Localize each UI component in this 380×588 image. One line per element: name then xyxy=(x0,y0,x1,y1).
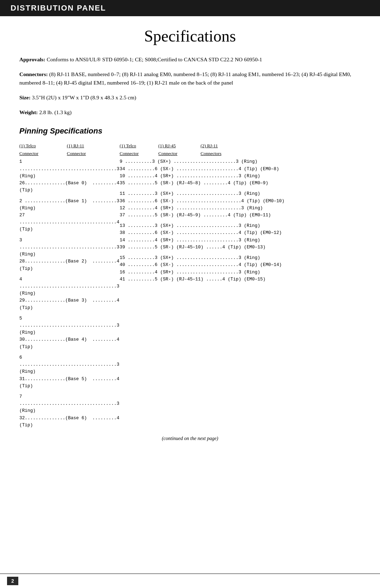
footer-bar: 2 xyxy=(0,574,380,588)
pin-row: 2 ...............(Base 1) .........3 (Ri… xyxy=(19,198,120,212)
size-text: 3.5"H (2U) x 19"W x 1"D (8.9 x 48.3 x 2.… xyxy=(32,94,136,100)
left-header-rj11: (1) RJ-11 xyxy=(67,143,114,149)
pin-row: 28...............(Base 2) .........4 (Ti… xyxy=(19,258,120,272)
pin-row: 41 ..........5 (SR-) (RJ-45–11) ......4 … xyxy=(120,276,361,283)
pin-row: 38 ..........6 (SX-) ...................… xyxy=(120,229,361,236)
pin-row: 4 ....................................3 … xyxy=(19,276,120,297)
pin-row: 6 ....................................3 … xyxy=(19,354,120,376)
pin-row: 26...............(Base 0) .........4 (Ti… xyxy=(19,180,120,194)
weight-paragraph: Weight: 2.8 lb. (1.3 kg) xyxy=(19,108,361,117)
connectors-text: (8) RJ-11 BASE, numbered 0–7; (8) RJ-11 … xyxy=(19,71,351,86)
weight-label: Weight: xyxy=(19,109,38,115)
pin-row: 35 ..........5 (SR-) (RJ-45–8) .........… xyxy=(120,180,361,187)
approvals-paragraph: Approvals: Conforms to ANSI/UL® STD 6095… xyxy=(19,55,361,64)
right-header-rj45: (1) RJ-45 xyxy=(158,143,201,149)
pinning-right-column: (1) Telco (1) RJ-45 (2) RJ-11 Connector … xyxy=(120,143,361,429)
pin-row: 15 ..........3 (SX+) ...................… xyxy=(120,254,361,261)
right-subheader-connector-1: Connector xyxy=(120,150,158,157)
pin-row: 9 ..........3 (SX+) ....................… xyxy=(120,158,361,165)
pinning-heading: Pinning Specifications xyxy=(19,126,361,136)
right-col-subheaders: Connector Connector Connectors xyxy=(120,150,361,157)
right-header-rj11: (2) RJ-11 xyxy=(201,143,246,149)
size-label: Size: xyxy=(19,94,31,100)
page-title: Specifications xyxy=(19,27,361,45)
weight-text: 2.8 lb. (1.3 kg) xyxy=(39,109,71,115)
approvals-label: Approvals: xyxy=(19,56,45,62)
pin-row: 11 ..........3 (SX+) ...................… xyxy=(120,190,361,197)
main-content: Specifications Approvals: Conforms to AN… xyxy=(0,16,380,456)
right-header-telco: (1) Telco xyxy=(120,143,158,149)
pin-row: 13 ..........3 (SX+) ...................… xyxy=(120,222,361,229)
approvals-text: Conforms to ANSI/UL® STD 60950-1; CE; S0… xyxy=(47,56,262,62)
pin-row: 5 ....................................3 … xyxy=(19,315,120,336)
pin-row: 1 ....................................3 … xyxy=(19,158,120,180)
size-paragraph: Size: 3.5"H (2U) x 19"W x 1"D (8.9 x 48.… xyxy=(19,93,361,102)
header-title: DISTRIBUTION PANEL xyxy=(11,4,106,13)
left-subheader-connector-2: Connector xyxy=(67,150,114,157)
connectors-label: Connectors: xyxy=(19,71,48,77)
right-pin-rows: 9 ..........3 (SX+) ....................… xyxy=(120,158,361,283)
left-col-subheaders: Connector Connector xyxy=(19,150,120,157)
pinning-left-column: (1) Telco (1) RJ-11 Connector Connector … xyxy=(19,143,120,429)
pin-row: 12 ..........4 (SR+) ...................… xyxy=(120,205,361,212)
pin-row: 29...............(Base 3) .........4 (Ti… xyxy=(19,297,120,311)
pin-row: 10 ..........4 (SR+) ...................… xyxy=(120,173,361,180)
footer-continued: (continued on the next page) xyxy=(19,436,361,441)
left-col-headers: (1) Telco (1) RJ-11 xyxy=(19,143,120,149)
pinning-section: (1) Telco (1) RJ-11 Connector Connector … xyxy=(19,143,361,429)
pin-row: 3 ....................................3 … xyxy=(19,237,120,258)
pinning-columns: (1) Telco (1) RJ-11 Connector Connector … xyxy=(19,143,361,429)
right-subheader-connector-2: Connector xyxy=(158,150,201,157)
right-subheader-connectors: Connectors xyxy=(201,150,246,157)
left-pin-rows: 1 ....................................3 … xyxy=(19,158,120,429)
page-wrapper: DISTRIBUTION PANEL Specifications Approv… xyxy=(0,0,380,588)
pin-row: 7 ....................................3 … xyxy=(19,393,120,415)
pin-row: 27 ....................................4… xyxy=(19,212,120,233)
pin-row: 39 ..........5 (SR-) (RJ-45–10) ......4 … xyxy=(120,244,361,251)
connectors-paragraph: Connectors: (8) RJ-11 BASE, numbered 0–7… xyxy=(19,70,361,87)
right-col-headers: (1) Telco (1) RJ-45 (2) RJ-11 xyxy=(120,143,361,149)
pin-row: 30...............(Base 4) .........4 (Ti… xyxy=(19,336,120,350)
left-subheader-connector-1: Connector xyxy=(19,150,67,157)
pin-row: 37 ..........5 (SR-) (RJ-45–9) .........… xyxy=(120,212,361,219)
continued-text: (continued on the next page) xyxy=(162,436,218,441)
pin-row: 32...............(Base 6) .........4 (Ti… xyxy=(19,415,120,429)
header-bar: DISTRIBUTION PANEL xyxy=(0,0,380,16)
page-number: 2 xyxy=(7,577,18,585)
pin-row: 16 ..........4 (SR+) ...................… xyxy=(120,269,361,276)
pin-row: 34 ..........6 (SX-) ...................… xyxy=(120,166,361,173)
pin-row: 31...............(Base 5) .........4 (Ti… xyxy=(19,376,120,390)
pin-row: 14 ..........4 (SR+) ...................… xyxy=(120,237,361,244)
pin-row: 36 ..........6 (SX-) ...................… xyxy=(120,198,361,205)
left-header-telco: (1) Telco xyxy=(19,143,67,149)
pin-row: 40 ..........6 (SX-) ...................… xyxy=(120,261,361,268)
